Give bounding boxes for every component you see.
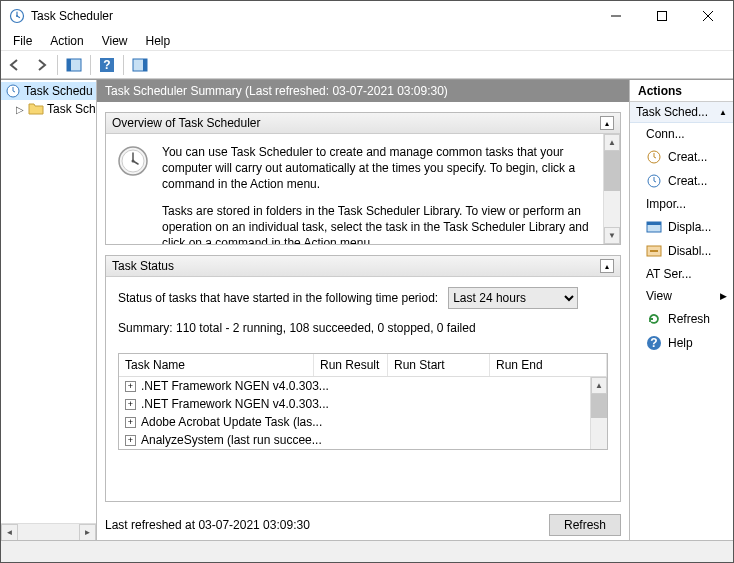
expand-icon[interactable]: ▷	[15, 104, 25, 115]
close-button[interactable]	[685, 1, 731, 31]
tree-horizontal-scrollbar[interactable]: ◄ ►	[1, 523, 96, 540]
last-refreshed-label: Last refreshed at 03-07-2021 03:09:30	[105, 518, 310, 532]
actions-pane-title: Actions	[630, 80, 733, 102]
svg-rect-4	[67, 59, 71, 71]
col-run-end[interactable]: Run End	[490, 354, 607, 376]
task-status-title: Task Status	[112, 259, 174, 273]
action-label: Creat...	[668, 174, 707, 188]
help-button[interactable]: ?	[95, 53, 119, 77]
overview-panel-body: You can use Task Scheduler to create and…	[106, 134, 620, 244]
scroll-thumb[interactable]	[591, 394, 607, 418]
scroll-left-button[interactable]: ◄	[1, 524, 18, 541]
action-label: Impor...	[646, 197, 686, 211]
disable-icon	[646, 243, 662, 259]
action-label: Creat...	[668, 150, 707, 164]
tree-root-task-scheduler[interactable]: Task Schedu	[1, 82, 96, 100]
show-hide-action-pane-button[interactable]	[128, 53, 152, 77]
scroll-up-button[interactable]: ▲	[604, 134, 620, 151]
period-label: Status of tasks that have started in the…	[118, 291, 438, 305]
summary-header: Task Scheduler Summary (Last refreshed: …	[97, 80, 629, 102]
menu-bar: File Action View Help	[1, 31, 733, 51]
svg-rect-2	[658, 12, 667, 21]
action-create-task[interactable]: Creat...	[630, 169, 733, 193]
svg-point-12	[132, 160, 135, 163]
tree-library[interactable]: ▷ Task Sch	[1, 100, 96, 118]
action-connect[interactable]: Conn...	[630, 123, 733, 145]
refresh-icon	[646, 311, 662, 327]
task-name-cell: .NET Framework NGEN v4.0.303...	[141, 397, 329, 411]
action-label: Displa...	[668, 220, 711, 234]
action-label: Disabl...	[668, 244, 711, 258]
action-view[interactable]: View ▶	[630, 285, 733, 307]
expand-box-icon[interactable]: +	[125, 399, 136, 410]
task-table-header: Task Name Run Result Run Start Run End	[119, 354, 607, 377]
col-task-name[interactable]: Task Name	[119, 354, 314, 376]
task-status-summary: Summary: 110 total - 2 running, 108 succ…	[118, 321, 608, 335]
tree-root-label: Task Schedu	[24, 84, 93, 98]
status-bar	[1, 540, 733, 562]
action-label: AT Ser...	[646, 267, 692, 281]
menu-help[interactable]: Help	[138, 32, 179, 50]
overview-panel-header[interactable]: Overview of Task Scheduler ▴	[106, 113, 620, 134]
console-tree[interactable]: Task Schedu ▷ Task Sch	[1, 80, 96, 523]
overview-paragraph-2: Tasks are stored in folders in the Task …	[162, 203, 592, 244]
actions-pane: Actions Task Sched... ▲ Conn... Creat...…	[629, 80, 733, 540]
expand-box-icon[interactable]: +	[125, 381, 136, 392]
submenu-arrow-icon: ▶	[720, 291, 727, 301]
action-at-service[interactable]: AT Ser...	[630, 263, 733, 285]
expand-box-icon[interactable]: +	[125, 417, 136, 428]
actions-section-header[interactable]: Task Sched... ▲	[630, 102, 733, 123]
menu-action[interactable]: Action	[42, 32, 91, 50]
overview-text: You can use Task Scheduler to create and…	[162, 144, 610, 234]
action-display-running-tasks[interactable]: Displa...	[630, 215, 733, 239]
table-row[interactable]: +AnalyzeSystem (last run succee...	[119, 431, 607, 449]
scroll-right-button[interactable]: ►	[79, 524, 96, 541]
svg-text:?: ?	[103, 58, 110, 72]
col-run-result[interactable]: Run Result	[314, 354, 388, 376]
show-hide-console-tree-button[interactable]	[62, 53, 86, 77]
table-scrollbar[interactable]: ▲	[590, 377, 607, 449]
action-disable-history[interactable]: Disabl...	[630, 239, 733, 263]
table-row[interactable]: +Adobe Acrobat Update Task (las...	[119, 413, 607, 431]
collapse-up-icon[interactable]: ▲	[719, 108, 727, 117]
overview-scrollbar[interactable]: ▲ ▼	[603, 134, 620, 244]
refresh-button[interactable]: Refresh	[549, 514, 621, 536]
table-row[interactable]: +.NET Framework NGEN v4.0.303...	[119, 377, 607, 395]
svg-rect-16	[647, 222, 661, 225]
menu-view[interactable]: View	[94, 32, 136, 50]
toolbar-separator	[57, 55, 58, 75]
task-name-cell: Adobe Acrobat Update Task (las...	[141, 415, 322, 429]
app-icon	[9, 8, 25, 24]
action-help[interactable]: ? Help	[630, 331, 733, 355]
expand-box-icon[interactable]: +	[125, 435, 136, 446]
create-basic-task-icon	[646, 149, 662, 165]
action-create-basic-task[interactable]: Creat...	[630, 145, 733, 169]
action-label: View	[646, 289, 672, 303]
action-label: Help	[668, 336, 693, 350]
collapse-icon[interactable]: ▴	[600, 116, 614, 130]
window-titlebar: Task Scheduler	[1, 1, 733, 31]
back-button[interactable]	[3, 53, 27, 77]
task-status-header[interactable]: Task Status ▴	[106, 256, 620, 277]
col-run-start[interactable]: Run Start	[388, 354, 490, 376]
period-select[interactable]: Last 24 hours	[448, 287, 578, 309]
action-refresh[interactable]: Refresh	[630, 307, 733, 331]
scroll-down-button[interactable]: ▼	[604, 227, 620, 244]
forward-button[interactable]	[29, 53, 53, 77]
maximize-button[interactable]	[639, 1, 685, 31]
task-name-cell: .NET Framework NGEN v4.0.303...	[141, 379, 329, 393]
scroll-up-button[interactable]: ▲	[591, 377, 607, 394]
scroll-thumb[interactable]	[604, 151, 620, 191]
svg-point-1	[16, 15, 18, 17]
task-status-panel: Task Status ▴ Status of tasks that have …	[105, 255, 621, 502]
action-label: Conn...	[646, 127, 685, 141]
action-import-task[interactable]: Impor...	[630, 193, 733, 215]
overview-panel: Overview of Task Scheduler ▴ You can use…	[105, 112, 621, 245]
minimize-button[interactable]	[593, 1, 639, 31]
help-icon: ?	[646, 335, 662, 351]
collapse-icon[interactable]: ▴	[600, 259, 614, 273]
display-icon	[646, 219, 662, 235]
table-row[interactable]: +.NET Framework NGEN v4.0.303...	[119, 395, 607, 413]
overview-title: Overview of Task Scheduler	[112, 116, 261, 130]
menu-file[interactable]: File	[5, 32, 40, 50]
